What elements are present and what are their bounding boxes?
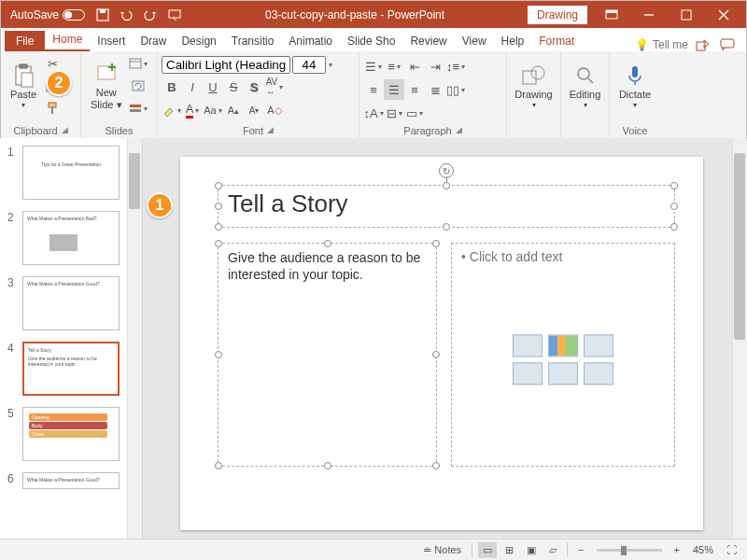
numbering-button[interactable]: ≡: [384, 56, 404, 77]
strikethrough-button[interactable]: S: [223, 77, 244, 97]
thumb-4[interactable]: 4 Tell a StoryGive the audience a reason…: [0, 334, 142, 399]
reading-view-button[interactable]: ▣: [522, 542, 541, 558]
zoom-slider[interactable]: [597, 549, 662, 552]
resize-handle[interactable]: [324, 462, 331, 469]
clipboard-launcher[interactable]: ◢: [62, 125, 68, 136]
bullets-button[interactable]: ☰: [363, 56, 384, 77]
thumbnail-scrollbar[interactable]: [127, 138, 142, 539]
thumb-2[interactable]: 2 What Makes a Presentation Bad?: [0, 203, 142, 269]
decrease-indent-button[interactable]: ⇤: [404, 56, 425, 77]
highlight-button[interactable]: [162, 100, 182, 120]
line-spacing-button[interactable]: ↕≡: [445, 56, 466, 77]
resize-handle[interactable]: [215, 182, 222, 189]
resize-handle[interactable]: [215, 240, 222, 247]
text-direction-button[interactable]: ↕A: [363, 103, 384, 123]
shrink-font-button[interactable]: A▾: [244, 100, 264, 120]
align-text-button[interactable]: ⊟: [384, 103, 404, 123]
layout-button[interactable]: [128, 53, 148, 74]
font-launcher[interactable]: ◢: [267, 125, 274, 136]
tab-review[interactable]: Review: [402, 31, 454, 51]
underline-button[interactable]: U: [203, 77, 223, 97]
thumb-1[interactable]: 1 Tips for a Great Presentation: [0, 138, 142, 203]
normal-view-button[interactable]: ▭: [478, 542, 497, 558]
zoom-out-button[interactable]: −: [573, 542, 588, 557]
save-button[interactable]: [91, 2, 115, 28]
minimize-button[interactable]: [630, 1, 668, 28]
close-button[interactable]: [705, 1, 742, 28]
dictate-button[interactable]: Dictate▾: [613, 53, 656, 119]
slide-canvas[interactable]: ↻ Tell a Story: [180, 157, 703, 530]
zoom-level[interactable]: 45%: [688, 542, 718, 557]
toggle-off-icon[interactable]: [63, 9, 85, 21]
change-case-button[interactable]: Aa: [203, 100, 223, 120]
comments-button[interactable]: [720, 38, 735, 51]
maximize-button[interactable]: [668, 1, 705, 28]
tab-design[interactable]: Design: [174, 31, 223, 51]
tab-help[interactable]: Help: [494, 31, 532, 51]
resize-handle[interactable]: [215, 462, 222, 469]
resize-handle[interactable]: [670, 182, 678, 189]
fit-to-window-button[interactable]: ⛶: [722, 542, 741, 557]
resize-handle[interactable]: [443, 223, 450, 231]
zoom-in-button[interactable]: +: [669, 542, 684, 557]
slideshow-view-button[interactable]: ▱: [544, 542, 561, 558]
tab-file[interactable]: File: [5, 31, 45, 51]
insert-video-icon[interactable]: [584, 362, 613, 385]
notes-button[interactable]: ≐ Notes: [418, 542, 466, 558]
tab-transitions[interactable]: Transitio: [224, 31, 282, 51]
placeholder-text[interactable]: • Click to add text: [452, 244, 674, 270]
resize-handle[interactable]: [324, 240, 331, 247]
smartart-button[interactable]: ▭: [404, 103, 425, 123]
tab-slideshow[interactable]: Slide Sho: [340, 31, 402, 51]
font-size-input[interactable]: [292, 56, 326, 74]
reset-button[interactable]: [128, 76, 148, 96]
resize-handle[interactable]: [215, 223, 222, 231]
font-family-input[interactable]: [162, 56, 290, 74]
clear-format-button[interactable]: A◇: [264, 100, 285, 120]
insert-table-icon[interactable]: [513, 334, 543, 357]
insert-online-picture-icon[interactable]: [548, 362, 578, 385]
resize-handle[interactable]: [215, 351, 222, 358]
slide-title-text[interactable]: Tell a Story: [218, 186, 674, 222]
tab-insert[interactable]: Insert: [90, 31, 133, 51]
insert-picture-icon[interactable]: [513, 362, 543, 385]
align-right-button[interactable]: ≡: [404, 79, 425, 100]
tab-animations[interactable]: Animatio: [281, 31, 340, 51]
paste-button[interactable]: Paste ▾: [5, 61, 42, 112]
tab-home[interactable]: Home: [45, 29, 90, 51]
resize-handle[interactable]: [432, 351, 440, 358]
tab-draw[interactable]: Draw: [133, 31, 174, 51]
new-slide-button[interactable]: New Slide ▾: [85, 59, 128, 113]
canvas-scrollbar[interactable]: [732, 138, 747, 539]
align-left-button[interactable]: ≡: [363, 79, 384, 100]
section-button[interactable]: [128, 98, 148, 119]
start-slideshow-button[interactable]: [163, 2, 188, 28]
justify-button[interactable]: ≣: [425, 79, 445, 100]
grow-font-button[interactable]: A▴: [223, 100, 244, 120]
char-spacing-button[interactable]: AV↔: [264, 77, 285, 97]
resize-handle[interactable]: [670, 223, 678, 231]
title-textbox[interactable]: ↻ Tell a Story: [218, 185, 675, 228]
drawing-button[interactable]: Drawing▾: [511, 53, 557, 119]
bold-button[interactable]: B: [162, 77, 182, 97]
format-painter-button[interactable]: [42, 98, 63, 119]
editing-button[interactable]: Editing▾: [565, 53, 605, 119]
tab-format[interactable]: Format: [531, 31, 582, 51]
resize-handle[interactable]: [443, 182, 450, 189]
resize-handle[interactable]: [432, 240, 440, 247]
body-textbox-left[interactable]: Give the audience a reason to be interes…: [218, 243, 437, 467]
shadow-button[interactable]: S: [244, 77, 264, 97]
redo-button[interactable]: [139, 2, 163, 28]
paragraph-launcher[interactable]: ◢: [456, 125, 462, 136]
content-placeholder[interactable]: • Click to add text: [451, 243, 675, 467]
resize-handle[interactable]: [670, 203, 678, 210]
sorter-view-button[interactable]: ⊞: [500, 542, 518, 558]
undo-button[interactable]: [115, 2, 139, 28]
italic-button[interactable]: I: [182, 77, 203, 97]
insert-chart-icon[interactable]: [548, 334, 578, 357]
autosave-toggle[interactable]: AutoSave: [5, 8, 91, 21]
resize-handle[interactable]: [432, 462, 440, 469]
font-color-button[interactable]: A: [182, 100, 203, 120]
thumb-3[interactable]: 3 What Makes a Presentation Good?: [0, 269, 142, 334]
insert-smartart-icon[interactable]: [584, 334, 613, 357]
